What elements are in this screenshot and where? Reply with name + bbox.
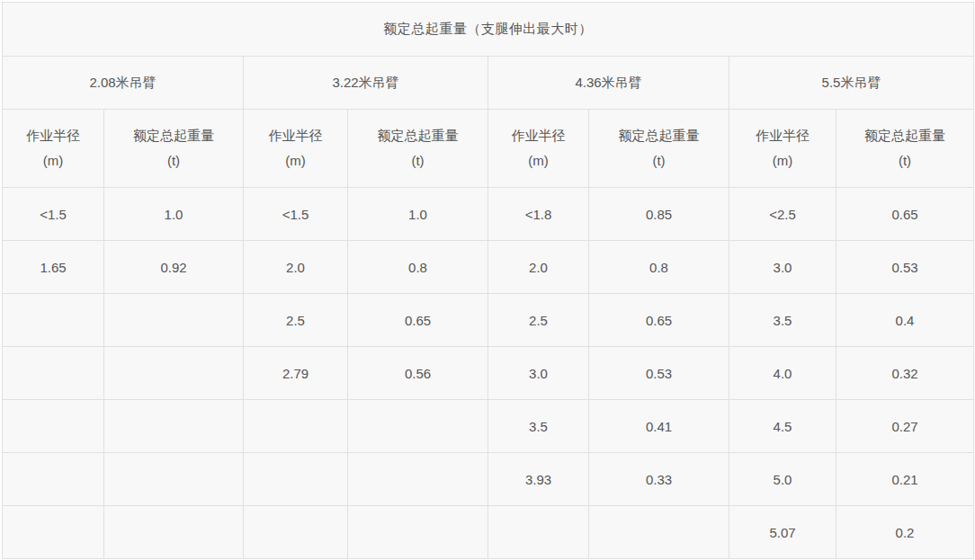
cell-radius: 4.5 <box>729 400 836 453</box>
subheader-capacity: 额定总起重量 (t) <box>836 110 974 188</box>
subheader-capacity-unit: (t) <box>836 148 973 173</box>
table-row: 1.65 0.92 2.0 0.8 2.0 0.8 3.0 0.53 <box>3 241 974 294</box>
cell-capacity: 0.92 <box>104 241 244 294</box>
cell-radius <box>244 453 348 506</box>
cell-capacity: 0.65 <box>589 294 729 347</box>
cell-capacity: 0.21 <box>836 453 974 506</box>
table-row: 2.79 0.56 3.0 0.53 4.0 0.32 <box>3 347 974 400</box>
subheader-radius-label: 作业半径 <box>3 123 103 148</box>
subheader-capacity-unit: (t) <box>589 148 729 173</box>
cell-radius: 2.5 <box>244 294 348 347</box>
cell-radius: 3.0 <box>729 241 836 294</box>
subheader-radius-label: 作业半径 <box>729 123 836 148</box>
cell-capacity: 1.0 <box>348 188 488 241</box>
cell-radius: <1.8 <box>488 188 589 241</box>
table-title: 额定总起重量（支腿伸出最大时） <box>3 3 974 57</box>
cell-capacity: 0.2 <box>836 506 974 559</box>
subheader-radius-unit: (m) <box>488 148 588 173</box>
cell-capacity: 1.0 <box>104 188 244 241</box>
subheader-capacity-label: 额定总起重量 <box>589 123 729 148</box>
cell-capacity <box>589 506 729 559</box>
cell-capacity <box>104 294 244 347</box>
cell-radius: 3.5 <box>488 400 589 453</box>
subheader-radius-unit: (m) <box>729 148 836 173</box>
subheader-capacity-unit: (t) <box>104 148 243 173</box>
cell-capacity <box>104 453 244 506</box>
subheader-radius: 作业半径 (m) <box>244 110 348 188</box>
cell-capacity: 0.32 <box>836 347 974 400</box>
table-row: 5.07 0.2 <box>3 506 974 559</box>
subheader-capacity: 额定总起重量 (t) <box>589 110 729 188</box>
cell-capacity: 0.8 <box>589 241 729 294</box>
cell-radius: 3.0 <box>488 347 589 400</box>
cell-radius: 2.0 <box>488 241 589 294</box>
cell-radius <box>3 506 104 559</box>
cell-capacity <box>104 506 244 559</box>
subheader-radius-label: 作业半径 <box>488 123 588 148</box>
subheader-row: 作业半径 (m) 额定总起重量 (t) 作业半径 (m) 额定总起重量 (t) … <box>3 110 974 188</box>
rated-capacity-table: 额定总起重量（支腿伸出最大时） 2.08米吊臂 3.22米吊臂 4.36米吊臂 … <box>2 2 974 559</box>
cell-capacity: 0.53 <box>589 347 729 400</box>
cell-capacity: 0.65 <box>348 294 488 347</box>
subheader-capacity-label: 额定总起重量 <box>348 123 488 148</box>
cell-capacity: 0.85 <box>589 188 729 241</box>
cell-radius: 3.93 <box>488 453 589 506</box>
cell-capacity: 0.56 <box>348 347 488 400</box>
subheader-capacity-label: 额定总起重量 <box>836 123 973 148</box>
cell-capacity <box>348 400 488 453</box>
cell-capacity <box>104 347 244 400</box>
cell-capacity: 0.53 <box>836 241 974 294</box>
subheader-capacity-label: 额定总起重量 <box>104 123 243 148</box>
cell-radius: <1.5 <box>244 188 348 241</box>
group-header-boom-3-22m: 3.22米吊臂 <box>244 57 488 110</box>
subheader-radius-unit: (m) <box>244 148 347 173</box>
group-header-boom-4-36m: 4.36米吊臂 <box>488 57 729 110</box>
cell-capacity: 0.41 <box>589 400 729 453</box>
cell-capacity: 0.33 <box>589 453 729 506</box>
cell-capacity: 0.4 <box>836 294 974 347</box>
group-header-boom-5-5m: 5.5米吊臂 <box>729 57 974 110</box>
cell-radius: 2.5 <box>488 294 589 347</box>
cell-radius: 3.5 <box>729 294 836 347</box>
cell-radius: 1.65 <box>3 241 104 294</box>
cell-capacity <box>348 506 488 559</box>
table-row: <1.5 1.0 <1.5 1.0 <1.8 0.85 <2.5 0.65 <box>3 188 974 241</box>
table-row: 3.93 0.33 5.0 0.21 <box>3 453 974 506</box>
cell-capacity: 0.27 <box>836 400 974 453</box>
subheader-radius: 作业半径 (m) <box>729 110 836 188</box>
cell-capacity: 0.65 <box>836 188 974 241</box>
cell-radius: 2.79 <box>244 347 348 400</box>
subheader-radius-unit: (m) <box>3 148 103 173</box>
subheader-radius-label: 作业半径 <box>244 123 347 148</box>
cell-radius <box>488 506 589 559</box>
cell-radius <box>3 400 104 453</box>
cell-radius: 5.07 <box>729 506 836 559</box>
cell-radius <box>3 294 104 347</box>
cell-radius: 5.0 <box>729 453 836 506</box>
subheader-radius: 作业半径 (m) <box>3 110 104 188</box>
cell-capacity <box>348 453 488 506</box>
load-chart-section: 额定总起重量（支腿伸出最大时） 2.08米吊臂 3.22米吊臂 4.36米吊臂 … <box>0 0 975 560</box>
boom-group-header-row: 2.08米吊臂 3.22米吊臂 4.36米吊臂 5.5米吊臂 <box>3 57 974 110</box>
table-row: 3.5 0.41 4.5 0.27 <box>3 400 974 453</box>
cell-radius: <2.5 <box>729 188 836 241</box>
subheader-capacity: 额定总起重量 (t) <box>348 110 488 188</box>
cell-radius <box>3 347 104 400</box>
cell-radius <box>3 453 104 506</box>
cell-radius: 2.0 <box>244 241 348 294</box>
subheader-capacity-unit: (t) <box>348 148 488 173</box>
group-header-boom-2-08m: 2.08米吊臂 <box>3 57 244 110</box>
cell-radius <box>244 400 348 453</box>
cell-capacity: 0.8 <box>348 241 488 294</box>
cell-radius <box>244 506 348 559</box>
title-row: 额定总起重量（支腿伸出最大时） <box>3 3 974 57</box>
cell-radius: 4.0 <box>729 347 836 400</box>
cell-capacity <box>104 400 244 453</box>
subheader-capacity: 额定总起重量 (t) <box>104 110 244 188</box>
subheader-radius: 作业半径 (m) <box>488 110 589 188</box>
table-row: 2.5 0.65 2.5 0.65 3.5 0.4 <box>3 294 974 347</box>
cell-radius: <1.5 <box>3 188 104 241</box>
